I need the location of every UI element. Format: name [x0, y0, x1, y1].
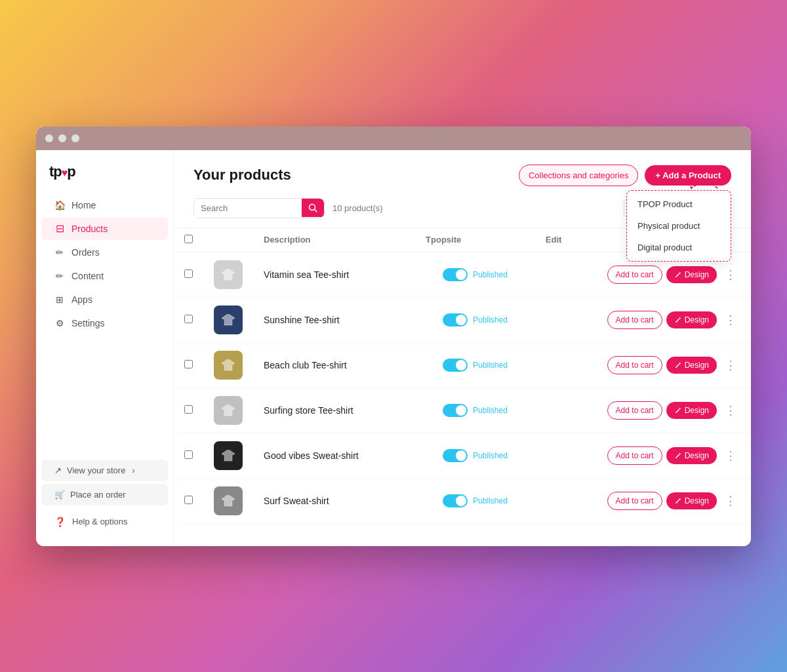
row-edit-cell: Add to cart Design ⋮ [535, 433, 751, 478]
sidebar-item-home[interactable]: 🏠 Home [41, 194, 168, 216]
row-thumb-cell [203, 433, 253, 478]
view-store-button[interactable]: ↗ View your store › [41, 460, 168, 481]
add-to-cart-button[interactable]: Add to cart [607, 311, 662, 329]
search-button[interactable] [302, 199, 324, 217]
add-to-cart-button[interactable]: Add to cart [607, 356, 662, 374]
sidebar-item-products-label: Products [71, 224, 108, 234]
traffic-light-close[interactable] [45, 134, 53, 142]
place-order-button[interactable]: 🛒 Place an order [41, 484, 168, 505]
row-checkbox[interactable] [184, 360, 193, 368]
product-thumbnail [214, 351, 243, 380]
row-thumb-cell [203, 478, 253, 523]
design-button[interactable]: Design [666, 447, 717, 464]
design-button[interactable]: Design [666, 266, 717, 283]
tpop-product-label: TPOP Product [637, 199, 693, 209]
view-store-label: View your store [67, 465, 125, 475]
row-checkbox-cell [174, 297, 203, 342]
published-badge: Published [473, 451, 508, 460]
publish-toggle[interactable] [443, 268, 468, 281]
view-store-suffix: › [132, 465, 134, 475]
row-thumb-cell [203, 387, 253, 433]
toggle-cell: Published [426, 268, 525, 281]
sidebar-item-settings[interactable]: ⚙ Settings [41, 312, 168, 334]
row-checkbox[interactable] [184, 496, 193, 504]
svg-marker-0 [690, 186, 693, 189]
titlebar [36, 127, 751, 150]
product-thumbnail [214, 306, 243, 334]
product-thumbnail [214, 396, 243, 425]
design-button[interactable]: Design [666, 311, 717, 328]
table-row: Sunshine Tee-shirt Published Add to cart [174, 297, 751, 342]
collections-button[interactable]: Collections and categories [519, 165, 638, 186]
publish-toggle[interactable] [443, 449, 468, 462]
design-button[interactable]: Design [666, 402, 717, 419]
edit-cell: Add to cart Design ⋮ [546, 491, 740, 511]
apps-icon: ⊞ [54, 294, 65, 305]
row-description-cell: Vitamin sea Tee-shirt [253, 252, 415, 297]
row-tpopsite-cell: Published [415, 433, 535, 478]
row-checkbox[interactable] [184, 315, 193, 323]
row-tpopsite-cell: Published [415, 297, 535, 342]
dropdown-item-digital-product[interactable]: Digital product [627, 237, 731, 258]
sidebar-item-content[interactable]: ✏ Content [41, 265, 168, 287]
publish-toggle[interactable] [443, 494, 468, 507]
row-checkbox-cell [174, 387, 203, 433]
design-button[interactable]: Design [666, 492, 717, 509]
row-tpopsite-cell: Published [415, 478, 535, 523]
sidebar-item-products[interactable]: ⊟ Products [41, 218, 168, 240]
row-edit-cell: Add to cart Design ⋮ [535, 387, 751, 433]
design-button[interactable]: Design [666, 357, 717, 374]
row-tpopsite-cell: Published [415, 252, 535, 297]
publish-toggle[interactable] [443, 404, 468, 417]
main-header: Your products Collections and categories… [174, 150, 751, 198]
add-to-cart-button[interactable]: Add to cart [607, 446, 662, 465]
external-link-icon: ↗ [54, 465, 62, 475]
add-to-cart-button[interactable]: Add to cart [607, 266, 662, 284]
row-description-cell: Surf Sweat-shirt [253, 478, 415, 523]
row-thumb-cell [203, 297, 253, 342]
more-options-button[interactable]: ⋮ [721, 446, 740, 465]
more-options-button[interactable]: ⋮ [721, 265, 740, 285]
row-checkbox-cell [174, 433, 203, 478]
sidebar-item-apps[interactable]: ⊞ Apps [41, 288, 168, 311]
dropdown-item-physical-product[interactable]: Physical product [627, 215, 731, 237]
traffic-light-maximize[interactable] [71, 134, 79, 142]
product-name: Good vibes Sweat-shirt [264, 450, 359, 461]
row-checkbox[interactable] [184, 269, 193, 278]
edit-cell: Add to cart Design ⋮ [546, 401, 740, 420]
toggle-cell: Published [426, 404, 525, 417]
more-options-button[interactable]: ⋮ [721, 491, 740, 511]
row-checkbox-cell [174, 252, 203, 297]
add-to-cart-button[interactable]: Add to cart [607, 492, 662, 510]
publish-toggle[interactable] [443, 359, 468, 372]
logo: tp♥p [36, 163, 173, 193]
row-checkbox[interactable] [184, 450, 193, 459]
select-all-checkbox[interactable] [184, 235, 193, 243]
sidebar-item-content-label: Content [71, 271, 104, 281]
more-options-button[interactable]: ⋮ [721, 310, 740, 330]
traffic-light-minimize[interactable] [58, 134, 66, 142]
col-header-checkbox [174, 227, 203, 252]
col-header-description: Description [253, 227, 415, 252]
sidebar-item-orders[interactable]: ✏ Orders [41, 241, 168, 264]
publish-toggle[interactable] [443, 313, 468, 326]
orders-icon: ✏ [54, 247, 65, 258]
help-options-button[interactable]: ❓ Help & options [41, 511, 168, 533]
row-thumb-cell [203, 252, 253, 297]
product-name: Surf Sweat-shirt [264, 496, 329, 506]
table-row: Good vibes Sweat-shirt Published Add to … [174, 433, 751, 478]
add-to-cart-button[interactable]: Add to cart [607, 401, 662, 420]
dropdown-item-tpop-product[interactable]: TPOP Product [627, 193, 731, 215]
col-header-thumb [203, 227, 253, 252]
search-box [193, 198, 325, 218]
digital-product-label: Digital product [637, 243, 692, 252]
product-count: 10 product(s) [333, 203, 383, 213]
more-options-button[interactable]: ⋮ [721, 355, 740, 375]
row-description-cell: Beach club Tee-shirt [253, 342, 415, 387]
row-checkbox[interactable] [184, 405, 193, 414]
row-edit-cell: Add to cart Design ⋮ [535, 342, 751, 387]
more-options-button[interactable]: ⋮ [721, 401, 740, 420]
svg-line-2 [315, 210, 317, 212]
search-input[interactable] [194, 199, 302, 218]
row-edit-cell: Add to cart Design ⋮ [535, 297, 751, 342]
